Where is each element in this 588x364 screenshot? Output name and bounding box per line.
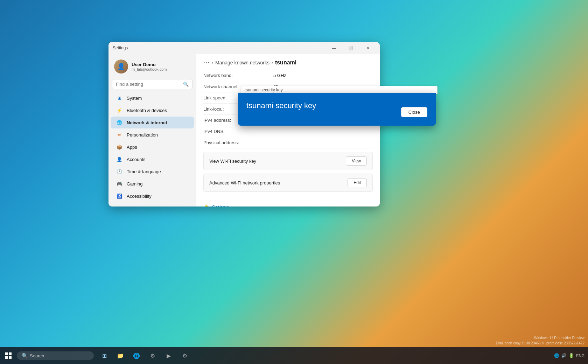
gaming-icon: 🎮 — [116, 181, 122, 187]
taskbar-app1-button[interactable]: ⚙ — [145, 348, 160, 363]
sidebar-item-network[interactable]: 🌐 Network & internet — [111, 117, 194, 128]
user-profile: 👤 User Demo m_lab@outlook.com — [108, 57, 196, 79]
window-controls: — ⬜ ✕ — [326, 43, 376, 53]
sidebar-item-apps[interactable]: 📦 Apps — [111, 141, 194, 153]
user-info: User Demo m_lab@outlook.com — [132, 62, 167, 71]
user-email: m_lab@outlook.com — [132, 67, 167, 71]
battery-icon: 🔋 — [569, 353, 574, 358]
settings2-icon: ⚙ — [182, 352, 187, 359]
taskbar-system-icons: 🌐 🔊 🔋 ENG — [551, 353, 588, 358]
sidebar-item-label-accounts: Accounts — [127, 157, 145, 162]
system-icon: ⊞ — [116, 95, 122, 101]
sidebar-item-personalization[interactable]: ✏ Personalization — [111, 129, 194, 141]
main-content: ··· › Manage known networks › tsunami Ne… — [196, 54, 380, 206]
settings-search-input[interactable] — [116, 82, 181, 87]
info-value-band: 5 GHz — [273, 73, 286, 78]
network-icon: 🌐 — [116, 119, 122, 126]
get-help-label: Get help — [212, 204, 229, 206]
security-dialog: tsunami security key Close — [238, 93, 436, 126]
avatar: 👤 — [114, 59, 128, 74]
info-row-band: Network band: 5 GHz — [203, 70, 373, 81]
watermark-line2: Evaluation copy. Build 23466.ni_prerelea… — [496, 341, 584, 346]
titlebar: Settings — ⬜ ✕ — [108, 42, 380, 54]
sidebar: 👤 User Demo m_lab@outlook.com 🔍 ⊞ System… — [108, 54, 196, 206]
dialog-title: tsunami security key — [246, 101, 427, 110]
sidebar-item-bluetooth[interactable]: ⚡ Bluetooth & devices — [111, 104, 194, 116]
watermark-line1: Windows 11 Pro Insider Preview — [496, 335, 584, 341]
content-header: ··· › Manage known networks › tsunami — [196, 54, 380, 70]
sidebar-item-label-time: Time & language — [127, 169, 161, 174]
view-security-key-button[interactable]: View — [346, 156, 367, 166]
network-status-icon: 🌐 — [554, 353, 559, 358]
info-label-physical: Physical address: — [203, 140, 273, 145]
wifi-security-key-card: View Wi-Fi security key View — [203, 152, 373, 170]
apps-icon: 📦 — [116, 144, 122, 150]
taskbar-terminal-button[interactable]: ▶ — [161, 348, 176, 363]
info-label-ipv4dns: IPv4 DNS: — [203, 129, 273, 134]
sidebar-item-gaming[interactable]: 🎮 Gaming — [111, 178, 194, 190]
help-icon: 🔔 — [203, 204, 209, 206]
start-icon — [5, 352, 12, 359]
sidebar-item-time[interactable]: 🕐 Time & language — [111, 166, 194, 177]
taskbar: 🔍 Search ⊞ 📁 🌐 ⚙ ▶ ⚙ 🌐 🔊 🔋 ENG — [0, 347, 588, 364]
time-icon: 🕐 — [116, 168, 122, 175]
tooltip-text: tsunami security key — [245, 88, 283, 92]
edge-icon: 🌐 — [133, 352, 140, 359]
avatar-icon: 👤 — [117, 63, 125, 70]
accounts-icon: 👤 — [116, 156, 122, 162]
advanced-wifi-label: Advanced Wi-Fi network properties — [209, 180, 280, 186]
breadcrumb-chevron-1: › — [212, 60, 213, 65]
start-button[interactable] — [0, 347, 17, 364]
taskbar-search-icon: 🔍 — [22, 353, 28, 358]
sidebar-item-label-bluetooth: Bluetooth & devices — [127, 108, 167, 113]
settings-search-box[interactable]: 🔍 — [112, 79, 192, 89]
sidebar-item-accounts[interactable]: 👤 Accounts — [111, 153, 194, 165]
advanced-wifi-card: Advanced Wi-Fi network properties Edit — [203, 174, 373, 192]
windows-watermark: Windows 11 Pro Insider Preview Evaluatio… — [496, 335, 584, 346]
user-name: User Demo — [132, 62, 167, 67]
edit-wifi-button[interactable]: Edit — [348, 178, 367, 187]
sidebar-item-label-personalization: Personalization — [127, 132, 158, 138]
search-icon: 🔍 — [183, 82, 189, 87]
info-row-physical: Physical address: — [203, 137, 373, 148]
sidebar-item-accessibility[interactable]: ♿ Accessibility — [111, 190, 194, 202]
app1-icon: ⚙ — [150, 352, 155, 359]
bluetooth-icon: ⚡ — [116, 107, 122, 113]
terminal-icon: ▶ — [167, 352, 171, 359]
sidebar-item-label-accessibility: Accessibility — [127, 194, 152, 199]
accessibility-icon: ♿ — [116, 193, 122, 199]
eng-label: ENG — [576, 354, 584, 358]
taskbar-icons: ⊞ 📁 🌐 ⚙ ▶ ⚙ — [97, 348, 192, 363]
maximize-button[interactable]: ⬜ — [343, 43, 359, 53]
sidebar-item-label-gaming: Gaming — [127, 181, 143, 187]
taskbar-widgets-button[interactable]: ⊞ — [97, 348, 112, 363]
window-title: Settings — [113, 46, 323, 50]
breadcrumb-dots[interactable]: ··· — [203, 59, 210, 66]
get-help-link[interactable]: 🔔 Get help — [196, 199, 380, 206]
breadcrumb-current: tsunami — [275, 59, 296, 66]
minimize-button[interactable]: — — [326, 43, 342, 53]
personalization-icon: ✏ — [116, 132, 122, 138]
taskbar-explorer-button[interactable]: 📁 — [113, 348, 128, 363]
info-row-ipv4dns: IPv4 DNS: — [203, 126, 373, 137]
wifi-security-key-label: View Wi-Fi security key — [209, 159, 256, 164]
taskbar-search[interactable]: 🔍 Search — [17, 351, 94, 360]
breadcrumb-parent[interactable]: Manage known networks — [215, 60, 270, 65]
explorer-icon: 📁 — [117, 352, 124, 359]
sidebar-item-label-apps: Apps — [127, 145, 137, 150]
taskbar-edge-button[interactable]: 🌐 — [129, 348, 144, 363]
breadcrumb-chevron-2: › — [272, 60, 273, 65]
widgets-icon: ⊞ — [102, 352, 107, 359]
sidebar-item-label-system: System — [127, 96, 142, 101]
taskbar-search-label: Search — [30, 353, 44, 358]
sidebar-item-label-network: Network & internet — [127, 120, 167, 125]
window-body: 👤 User Demo m_lab@outlook.com 🔍 ⊞ System… — [108, 54, 380, 206]
dialog-close-button[interactable]: Close — [401, 107, 427, 117]
info-label-band: Network band: — [203, 73, 273, 78]
volume-icon: 🔊 — [561, 353, 567, 358]
taskbar-settings2-button[interactable]: ⚙ — [177, 348, 192, 363]
close-button[interactable]: ✕ — [359, 43, 376, 53]
sidebar-item-system[interactable]: ⊞ System — [111, 92, 194, 104]
